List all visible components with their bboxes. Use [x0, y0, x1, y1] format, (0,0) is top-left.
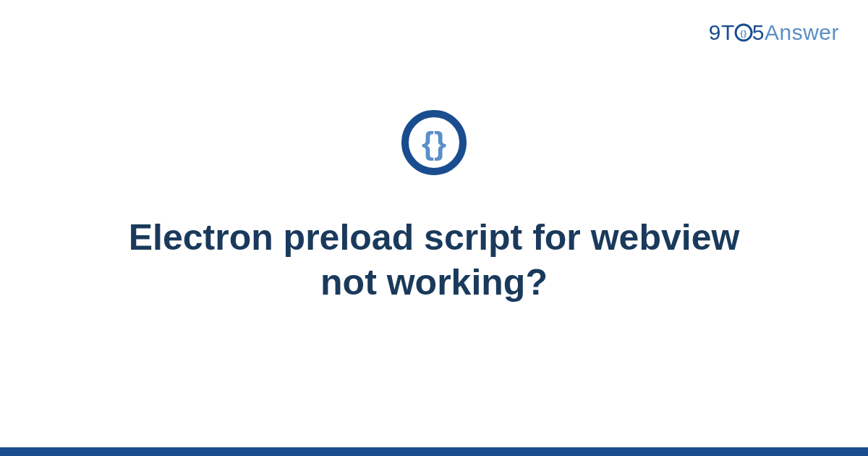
bottom-accent-bar [0, 447, 868, 456]
svg-text:{}: {} [422, 125, 446, 161]
main-content: {} Electron preload script for webview n… [0, 0, 868, 456]
page-title: Electron preload script for webview not … [109, 215, 760, 305]
curly-braces-icon: {} [399, 108, 469, 180]
